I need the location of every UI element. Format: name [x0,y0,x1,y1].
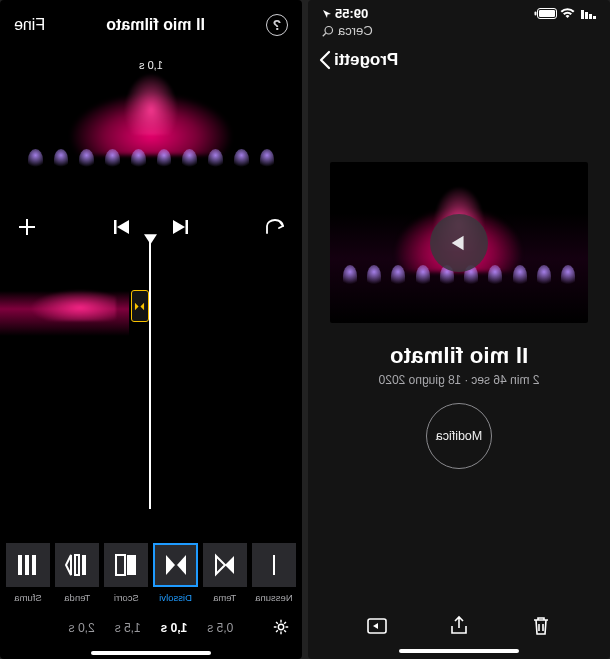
done-button[interactable]: Fine [14,16,45,34]
svg-rect-6 [535,12,537,16]
clip-right[interactable] [0,276,129,336]
video-viewer[interactable]: 1,0 s [14,50,288,204]
scorri-transition-icon [113,552,139,578]
dissolvi-transition-icon [163,552,189,578]
settings-button[interactable] [272,618,290,639]
preview-time-badge: 1,0 s [133,58,169,72]
svg-marker-22 [216,556,225,574]
modify-label: Modifica [436,429,483,443]
svg-rect-13 [186,220,189,234]
search-row[interactable]: Cerca [308,23,610,42]
project-detail-panel: 09:55 Cerca Progetti Il mio filmato 2 mi… [308,0,610,659]
transition-label-scorri: Scorri [114,592,139,603]
home-indicator[interactable] [399,649,520,653]
svg-rect-15 [114,220,117,234]
project-title-block: Il mio filmato 2 min 46 sec · 18 giugno … [308,343,610,469]
project-thumbnail[interactable] [330,162,588,323]
editor-top-bar: ? Il mio filmato Fine [0,10,302,44]
project-meta: 2 min 46 sec · 18 giugno 2020 [308,373,610,387]
svg-rect-32 [18,555,22,575]
transition-box-nessuna [252,543,296,587]
tema-transition-icon [212,552,238,578]
transition-marker[interactable] [131,290,149,322]
status-icons [534,8,596,19]
transition-box-scorri [104,543,148,587]
add-media-button[interactable] [16,216,38,238]
prev-frame-button[interactable] [171,218,189,236]
transition-label-tema: Tema [213,592,236,603]
help-button[interactable]: ? [266,14,288,36]
svg-marker-9 [452,235,464,250]
viewer-frame [14,50,288,204]
transition-item-scorri[interactable]: Scorri [104,543,148,603]
transition-item-tenda[interactable]: Tenda [55,543,99,603]
transition-label-sfuma: Sfuma [14,592,41,603]
editor-panel: ? Il mio filmato Fine 1,0 s [0,0,302,659]
breadcrumb-back[interactable]: Progetti [308,42,610,82]
location-arrow-icon [322,9,332,19]
play-rect-icon [365,614,389,638]
transition-box-dissolvi [153,543,197,587]
share-button[interactable] [446,613,472,639]
chevron-left-icon [318,48,332,72]
bottom-toolbar [308,599,610,649]
clips-row [0,276,302,336]
search-label: Cerca [338,23,373,38]
duration-picker: 0,5 s1,0 s1,5 s2,0 s [0,621,302,635]
transition-picker: NessunaTemaDissolviScorriTendaSfuma [0,543,302,603]
duration-option[interactable]: 2,0 s [69,621,95,635]
project-thumbnail-wrap [330,162,588,323]
transition-label-tenda: Tenda [64,592,90,603]
svg-rect-28 [75,555,79,575]
duration-option[interactable]: 1,5 s [115,621,141,635]
svg-point-33 [278,624,283,629]
play-button[interactable] [364,613,390,639]
transition-item-tema[interactable]: Tema [203,543,247,603]
playhead[interactable] [150,240,152,509]
modify-button[interactable]: Modifica [426,403,492,469]
tenda-transition-icon [64,552,90,578]
next-frame-button[interactable] [113,218,131,236]
transition-label-dissolvi: Dissolvi [159,592,192,603]
gear-icon [272,618,290,636]
battery-icon [534,8,557,19]
play-overlay-button[interactable] [430,214,488,272]
svg-rect-30 [32,555,36,575]
sfuma-transition-icon [15,552,41,578]
svg-marker-11 [373,623,378,629]
svg-marker-29 [66,555,71,575]
svg-line-8 [323,33,326,36]
transition-item-dissolvi[interactable]: Dissolvi [153,543,197,603]
plus-icon [16,216,38,238]
duration-option[interactable]: 1,0 s [161,621,188,635]
status-time: 09:55 [335,6,368,21]
svg-rect-31 [25,555,29,575]
svg-point-7 [325,26,333,34]
svg-rect-27 [82,555,86,575]
trash-icon [529,614,553,638]
transition-item-nessuna[interactable]: Nessuna [252,543,296,603]
undo-button[interactable] [264,218,286,236]
svg-marker-18 [141,302,145,309]
editor-title: Il mio filmato [106,16,205,34]
trash-button[interactable] [528,613,554,639]
transition-item-sfuma[interactable]: Sfuma [6,543,50,603]
svg-rect-3 [581,10,584,19]
nessuna-transition-icon [261,552,287,578]
home-indicator-editor[interactable] [91,651,212,655]
status-bar: 09:55 [308,0,610,23]
duration-option[interactable]: 0,5 s [207,621,233,635]
transition-box-sfuma [6,543,50,587]
cell-signal-icon [578,9,596,19]
transition-label-nessuna: Nessuna [255,592,293,603]
svg-rect-26 [116,555,125,575]
project-title: Il mio filmato [308,343,610,369]
svg-rect-5 [539,10,555,17]
prev-icon [171,218,189,236]
viewer-detail [28,149,275,171]
timeline[interactable]: NessunaTemaDissolviScorriTendaSfuma 0,5 … [0,250,302,659]
next-icon [113,218,131,236]
svg-rect-20 [273,555,275,575]
clip-left[interactable] [151,276,302,336]
undo-icon [264,218,286,236]
